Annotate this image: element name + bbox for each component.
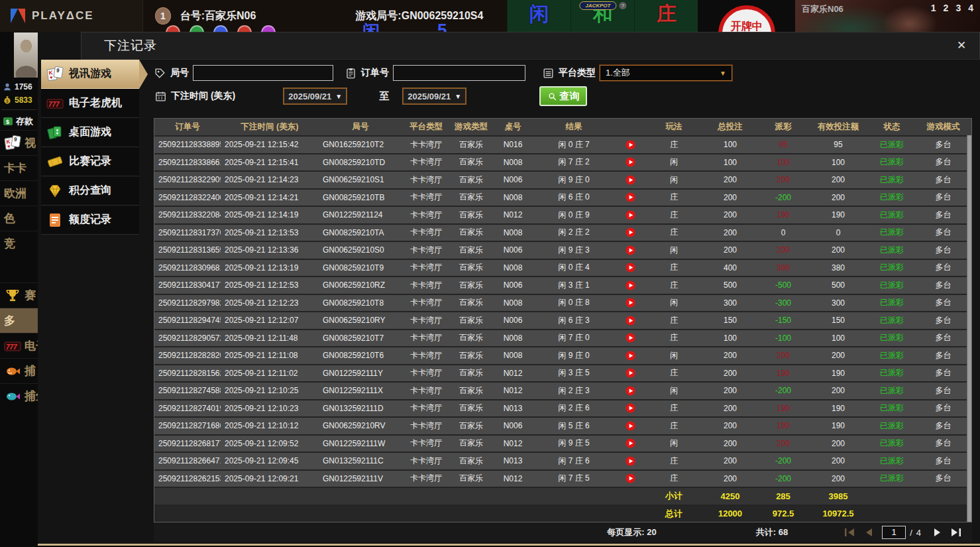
total-count-label: 共计: 68 (756, 526, 788, 538)
close-icon[interactable]: ✕ (954, 38, 969, 52)
round-input[interactable] (193, 65, 333, 81)
last-page-icon[interactable] (948, 526, 963, 538)
grandtotal-row: 总计 12000 972.5 10972.5 (154, 505, 971, 522)
lobby-item[interactable]: 色 (0, 206, 38, 231)
cell-game: 百家乐 (450, 350, 492, 361)
date-from-picker[interactable]: 2025/09/21 ▼ (283, 88, 347, 105)
cell-platform: 卡卡湾厅 (402, 245, 450, 256)
prev-page-icon[interactable] (861, 526, 876, 538)
sidebar-item-电子老虎机[interactable]: 777电子老虎机 (41, 89, 139, 118)
cell-result: 闲 3 庄 1 (533, 280, 614, 291)
cell-time: 2025-09-21 12:14:21 (221, 193, 319, 202)
avatar[interactable] (14, 32, 38, 78)
next-page-icon[interactable] (930, 526, 944, 538)
lobby-item[interactable]: 赛 (0, 282, 38, 308)
camera-3[interactable]: 3 (955, 3, 961, 13)
sidebar-item-比赛记录[interactable]: 比赛记录 (41, 147, 139, 176)
play-icon[interactable] (626, 368, 635, 378)
cell-order: 250921128271686 (154, 421, 221, 430)
play-icon[interactable] (626, 175, 635, 185)
cell-game: 百家乐 (450, 210, 492, 221)
sidebar-item-视讯游戏[interactable]: K♥9视讯游戏 (41, 60, 139, 89)
play-icon[interactable] (626, 192, 635, 202)
cell-valid-bet: 150 (808, 316, 869, 325)
play-icon[interactable] (626, 157, 635, 167)
slot-777-icon: 777 (46, 95, 64, 112)
playace-logo: PLAYΔCE (0, 0, 143, 32)
help-icon[interactable]: ? (619, 2, 626, 9)
play-icon[interactable] (626, 351, 635, 361)
table-scrollbar[interactable] (967, 135, 971, 522)
play-icon[interactable] (626, 473, 635, 483)
page-input[interactable]: 1 (882, 526, 906, 539)
play-icon[interactable] (626, 227, 635, 237)
cell-total-bet: 200 (702, 474, 759, 483)
search-button[interactable]: 查询 (539, 86, 587, 106)
first-page-icon[interactable] (843, 526, 857, 538)
camera-4[interactable]: 4 (968, 3, 973, 13)
play-icon[interactable] (626, 263, 635, 273)
cell-table: N006 (492, 245, 533, 255)
cell-play-type: 庄 (646, 420, 702, 432)
play-icon[interactable] (626, 386, 635, 396)
cell-payout: -150 (759, 316, 808, 325)
deposit-button[interactable]: $ 存款 (0, 113, 38, 130)
cell-mode: 多台 (915, 297, 971, 308)
cell-play-type: 闲 (646, 438, 702, 449)
cell-result: 闲 0 庄 8 (533, 297, 614, 308)
cell-order: 250921128304177 (154, 280, 221, 290)
cell-result: 闲 6 庄 0 (533, 192, 614, 203)
camera-2[interactable]: 2 (944, 3, 949, 13)
cell-mode: 多台 (915, 385, 971, 396)
bet-chip-icon (237, 25, 252, 32)
play-icon[interactable] (626, 403, 635, 413)
play-icon[interactable] (626, 245, 635, 255)
platform-select[interactable]: 1.全部 ▼ (600, 65, 732, 81)
sidebar-item-积分查询[interactable]: 积分查询 (41, 176, 139, 206)
play-icon[interactable] (626, 438, 635, 448)
subtotal-label: 小计 (646, 490, 702, 502)
column-header: 订单号 (154, 121, 221, 133)
cell-total-bet: 200 (702, 421, 759, 430)
play-icon[interactable] (626, 456, 635, 466)
lobby-item[interactable]: 卡卡 (0, 155, 38, 180)
cell-valid-bet: 190 (808, 421, 869, 430)
lobby-item[interactable]: 竞 (0, 231, 38, 256)
play-icon[interactable] (626, 280, 635, 290)
cell-round: GN006259210RY (319, 316, 402, 325)
lobby-item[interactable]: 777电子 (0, 333, 38, 358)
cell-status: 已派彩 (869, 367, 915, 379)
cell-table: N016 (492, 140, 533, 149)
lobby-item[interactable]: K♥9视 (0, 130, 38, 155)
cell-order: 250921128297982 (154, 298, 221, 308)
sidebar-item-额度记录[interactable]: 额度记录 (41, 206, 139, 235)
cell-round: GN0122592111Y (319, 369, 402, 378)
lobby-item[interactable]: 捕 (0, 358, 38, 383)
cell-platform: 卡卡湾厅 (402, 297, 450, 308)
table-row: 250921128338895 2025-09-21 12:15:42 GN01… (154, 135, 971, 153)
table-row: 250921128322400 2025-09-21 12:14:21 GN00… (154, 188, 971, 206)
play-icon[interactable] (626, 316, 635, 326)
play-icon[interactable] (626, 140, 635, 150)
column-header: 玩法 (646, 121, 702, 133)
date-to-picker[interactable]: 2025/09/21 ▼ (402, 88, 466, 105)
lobby-item[interactable]: 欧洲 (0, 180, 38, 206)
play-icon[interactable] (626, 421, 635, 431)
deal-status-button[interactable]: 开牌中 (718, 5, 775, 32)
cell-result: 闲 7 庄 2 (533, 156, 614, 168)
calendar-icon (154, 90, 167, 103)
sidebar-item-桌面游戏[interactable]: 桌面游戏 (41, 118, 139, 147)
cell-result: 闲 2 庄 6 (533, 402, 614, 414)
lobby-item[interactable]: 捕鱼 (0, 383, 38, 408)
cell-order: 250921128294745 (154, 316, 221, 325)
play-icon[interactable] (626, 333, 635, 343)
camera-1[interactable]: 1 (931, 3, 936, 13)
cell-payout: -200 (759, 456, 808, 465)
order-input[interactable] (393, 65, 525, 81)
play-icon[interactable] (626, 210, 635, 220)
bet-chip-icon (190, 25, 204, 32)
play-icon[interactable] (626, 298, 635, 308)
lobby-item[interactable]: 多 (0, 308, 38, 333)
cell-valid-bet: 200 (808, 351, 869, 360)
cards-icon: K♥9 (4, 135, 21, 152)
